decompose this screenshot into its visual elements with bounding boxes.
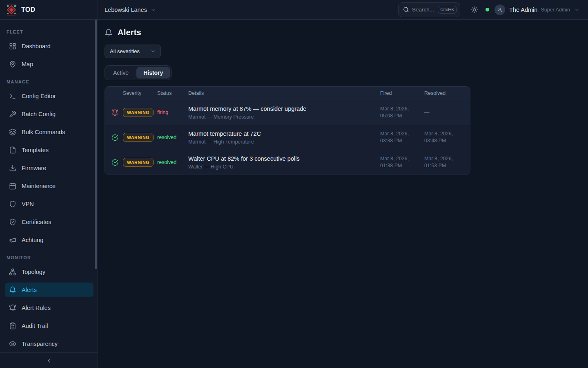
section-label-monitor: MONITOR	[7, 255, 94, 260]
alert-subtitle: Walter — High CPU	[188, 164, 380, 170]
page-title: Alerts	[118, 28, 141, 37]
eye-icon	[9, 340, 16, 348]
severity-badge: WARNING	[123, 158, 154, 167]
sidebar-scrollbar[interactable]	[95, 20, 97, 269]
table-row[interactable]: WARNING firing Marmot memory at 87% — co…	[105, 100, 470, 125]
online-status-dot	[486, 8, 489, 11]
sidebar-item-label: Audit Trail	[22, 323, 48, 329]
sidebar-item-label: Dashboard	[22, 43, 51, 49]
sidebar-item-label: Maintenance	[22, 183, 56, 189]
calendar-icon	[9, 182, 16, 190]
section-label-fleet: FLEET	[7, 29, 94, 34]
alert-title: Marmot temperature at 72C	[188, 130, 380, 137]
bell-ring-icon	[111, 109, 123, 116]
alerts-tab-group: Active History	[105, 65, 172, 80]
sidebar-item-templates[interactable]: Templates	[5, 143, 94, 157]
topbar-middle: Lebowski Lanes	[98, 7, 398, 13]
sidebar-item-vpn[interactable]: VPN	[5, 197, 94, 211]
table-row[interactable]: WARNING resolved Marmot temperature at 7…	[105, 125, 470, 150]
resolved-timestamp: Mar 8, 2026, 03:48 PM	[424, 130, 463, 144]
clipboard-icon	[9, 322, 16, 330]
tab-history[interactable]: History	[136, 67, 170, 79]
user-menu-chevron-icon[interactable]	[574, 7, 580, 13]
shield-icon	[9, 200, 16, 208]
sidebar-item-label: Batch Config	[22, 111, 56, 117]
column-fired: Fired	[380, 90, 424, 96]
sidebar-item-dashboard[interactable]: Dashboard	[5, 39, 94, 54]
table-header-row: Severity Status Details Fired Resolved	[105, 87, 470, 100]
severity-badge: WARNING	[123, 108, 154, 117]
alerts-table: Severity Status Details Fired Resolved W…	[105, 86, 470, 175]
sidebar-item-label: Achtung	[22, 237, 43, 243]
fired-timestamp: Mar 8, 2026, 03:38 PM	[380, 130, 424, 144]
status-text: resolved	[157, 135, 188, 140]
search-icon	[403, 7, 409, 13]
sidebar-item-alert-rules[interactable]: Alert Rules	[5, 301, 94, 315]
search-shortcut-badge: Cmd+K	[438, 6, 457, 13]
user-role-badge: Super Admin	[541, 7, 570, 13]
brand-logo-icon	[6, 4, 17, 16]
alert-subtitle: Marmot — Memory Pressure	[188, 114, 380, 120]
main-content: Alerts All severities Active History Sev…	[98, 20, 588, 368]
app-window: TOD Lebowski Lanes Cmd+K	[0, 0, 588, 368]
shield-check-icon	[9, 218, 16, 226]
sidebar-item-batch-config[interactable]: Batch Config	[5, 107, 94, 121]
sidebar-item-label: Alert Rules	[22, 305, 51, 311]
org-name: Lebowski Lanes	[105, 7, 147, 13]
sidebar-item-topology[interactable]: Topology	[5, 265, 94, 279]
download-icon	[9, 164, 16, 172]
sidebar-item-label: Templates	[22, 147, 49, 153]
org-switcher[interactable]: Lebowski Lanes	[105, 7, 156, 13]
sidebar-item-alerts[interactable]: Alerts	[5, 283, 94, 297]
sidebar-item-audit-trail[interactable]: Audit Trail	[5, 319, 94, 333]
table-row[interactable]: WARNING resolved Walter CPU at 82% for 3…	[105, 150, 470, 175]
sidebar-item-map[interactable]: Map	[5, 57, 94, 72]
column-severity: Severity	[123, 90, 157, 96]
search-input[interactable]	[412, 7, 435, 13]
search-box[interactable]: Cmd+K	[398, 2, 460, 17]
file-icon	[9, 146, 16, 154]
sidebar-item-config-editor[interactable]: Config Editor	[5, 89, 94, 103]
bell-icon	[9, 286, 16, 294]
sidebar-item-transparency[interactable]: Transparency	[5, 337, 94, 351]
brand: TOD	[0, 0, 98, 19]
sidebar-item-label: Config Editor	[22, 93, 56, 99]
wrench-icon	[9, 110, 16, 118]
alert-title: Marmot memory at 87% — consider upgrade	[188, 105, 380, 112]
severity-badge: WARNING	[123, 133, 154, 142]
topology-icon	[9, 268, 16, 276]
sidebar-item-label: Bulk Commands	[22, 129, 65, 135]
user-name: The Admin	[509, 7, 537, 13]
severity-filter-select[interactable]: All severities	[105, 45, 161, 58]
sidebar-item-label: Firmware	[22, 165, 46, 171]
tab-active[interactable]: Active	[106, 67, 136, 79]
status-text: resolved	[157, 159, 188, 165]
sidebar-item-maintenance[interactable]: Maintenance	[5, 179, 94, 193]
sidebar-nav: FLEET Dashboard Map MANAGE Config Editor…	[0, 20, 98, 352]
section-label-manage: MANAGE	[7, 79, 94, 84]
sidebar-item-label: Topology	[22, 269, 45, 275]
alert-title: Walter CPU at 82% for 3 consecutive poll…	[188, 155, 380, 162]
sidebar-collapse-button[interactable]	[0, 352, 98, 368]
status-text: firing	[157, 110, 188, 115]
sidebar-item-label: VPN	[22, 201, 34, 207]
resolved-timestamp: —	[424, 109, 463, 116]
dashboard-icon	[9, 43, 16, 50]
sidebar-item-certificates[interactable]: Certificates	[5, 215, 94, 229]
bell-icon	[105, 29, 113, 37]
sidebar: FLEET Dashboard Map MANAGE Config Editor…	[0, 20, 98, 368]
sidebar-item-label: Map	[22, 61, 33, 67]
sidebar-item-achtung[interactable]: Achtung	[5, 233, 94, 247]
fired-timestamp: Mar 8, 2026, 05:08 PM	[380, 105, 424, 119]
map-pin-icon	[9, 61, 16, 68]
sidebar-item-bulk-commands[interactable]: Bulk Commands	[5, 125, 94, 139]
column-status: Status	[157, 90, 188, 96]
sidebar-item-label: Alerts	[22, 287, 37, 293]
avatar[interactable]	[494, 4, 505, 15]
brand-name: TOD	[21, 6, 35, 13]
layers-icon	[9, 128, 16, 136]
theme-toggle-button[interactable]	[471, 6, 478, 13]
severity-filter-value: All severities	[110, 48, 140, 54]
resolved-timestamp: Mar 8, 2026, 01:53 PM	[424, 155, 463, 169]
sidebar-item-firmware[interactable]: Firmware	[5, 161, 94, 175]
